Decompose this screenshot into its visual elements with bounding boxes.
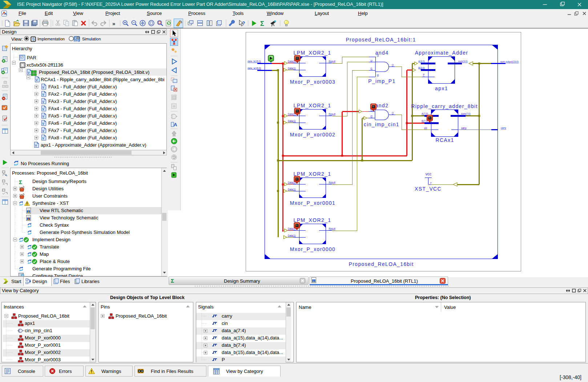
svg-text:Result: Result (329, 181, 336, 184)
svg-text:I2: I2 (371, 60, 373, 62)
svg-text:Data(1): Data(1) (288, 234, 296, 237)
svg-text:Mxor_P_xor0003: Mxor_P_xor0003 (290, 79, 336, 85)
svg-text:sum(3:0): sum(3:0) (458, 60, 468, 63)
svg-text:Result: Result (329, 227, 336, 230)
svg-text:sum(7:0): sum(7:0) (461, 112, 471, 115)
svg-text:I0: I0 (371, 115, 373, 118)
svg-text:RCAx1: RCAx1 (435, 137, 454, 143)
svg-text:v: v (43, 92, 44, 96)
svg-text:v: v (43, 136, 44, 140)
svg-text:carry: carry (461, 127, 467, 130)
svg-text:LPM_XOR2_1: LPM_XOR2_1 (294, 103, 331, 108)
svg-text:Data(1): Data(1) (288, 188, 296, 191)
svg-text:I1: I1 (371, 67, 373, 70)
svg-text:A: A (174, 122, 177, 127)
svg-text:data_b(15:0): data_b(15:0) (247, 60, 261, 63)
svg-text:Ripple_carry_adder_8bit: Ripple_carry_adder_8bit (411, 103, 478, 109)
svg-text:XST_VCC: XST_VCC (415, 186, 442, 192)
svg-text:A(7:0): A(7:0) (422, 112, 428, 115)
svg-text:Σ: Σ (171, 278, 174, 284)
svg-text:Data(1): Data(1) (288, 67, 296, 70)
svg-text:Mxor_P_xor0001: Mxor_P_xor0001 (290, 200, 336, 206)
svg-text:cin_imp_cin1: cin_imp_cin1 (364, 122, 399, 127)
svg-text:B(3:0): B(3:0) (418, 67, 425, 69)
svg-text:Σ: Σ (260, 20, 264, 27)
svg-text:»: » (112, 20, 115, 27)
svg-text:Approximate_Adder: Approximate_Adder (415, 50, 468, 56)
svg-text:v: v (28, 71, 30, 75)
svg-text:and4: and4 (375, 50, 389, 56)
svg-text:LPM_XOR2_1: LPM_XOR2_1 (294, 50, 331, 56)
svg-text:v: v (36, 78, 38, 82)
svg-text:Data(1): Data(1) (288, 120, 296, 123)
svg-text:v: v (43, 100, 44, 104)
svg-text:O: O (392, 112, 394, 114)
svg-text:v: v (43, 122, 44, 126)
svg-text:Mxor_P_xor0000: Mxor_P_xor0000 (290, 246, 336, 252)
svg-text:v: v (43, 85, 44, 89)
svg-text:cin: cin (424, 127, 427, 129)
svg-text:carry: carry (501, 127, 506, 130)
svg-text:data_a(15:0): data_a(15:0) (247, 67, 261, 70)
svg-text:LPM_XOR2_1: LPM_XOR2_1 (294, 171, 331, 177)
svg-text:LPM_XOR2_1: LPM_XOR2_1 (294, 217, 331, 223)
svg-text:v: v (43, 114, 44, 118)
svg-text:P_imp_P1: P_imp_P1 (368, 78, 395, 84)
svg-text:I0: I0 (377, 74, 379, 76)
svg-text:Result: Result (329, 113, 336, 115)
svg-text:Result: Result (329, 60, 336, 63)
svg-text:and2: and2 (375, 103, 389, 108)
svg-text:sum output(15:0): sum output(15:0) (500, 60, 519, 63)
svg-text:Proposed_ReLOA_16bit:1: Proposed_ReLOA_16bit:1 (346, 37, 416, 43)
svg-text:O: O (392, 64, 394, 66)
svg-text:A(3:0): A(3:0) (418, 60, 425, 63)
svg-text:Proposed_ReLOA_16bit: Proposed_ReLOA_16bit (349, 261, 414, 267)
svg-text:ISim: ISim (74, 40, 78, 42)
svg-text:P: P (430, 182, 432, 184)
svg-text:P: P (423, 73, 424, 76)
svg-text:vcc: vcc (426, 172, 432, 176)
svg-text:Mxor_P_xor0002: Mxor_P_xor0002 (290, 132, 336, 138)
svg-text:v: v (35, 143, 37, 147)
svg-text:Σ: Σ (19, 179, 22, 185)
svg-text:apx1: apx1 (435, 85, 448, 91)
svg-text:v: v (43, 107, 44, 111)
svg-text:?: ? (242, 20, 245, 26)
svg-text:v: v (43, 129, 44, 133)
